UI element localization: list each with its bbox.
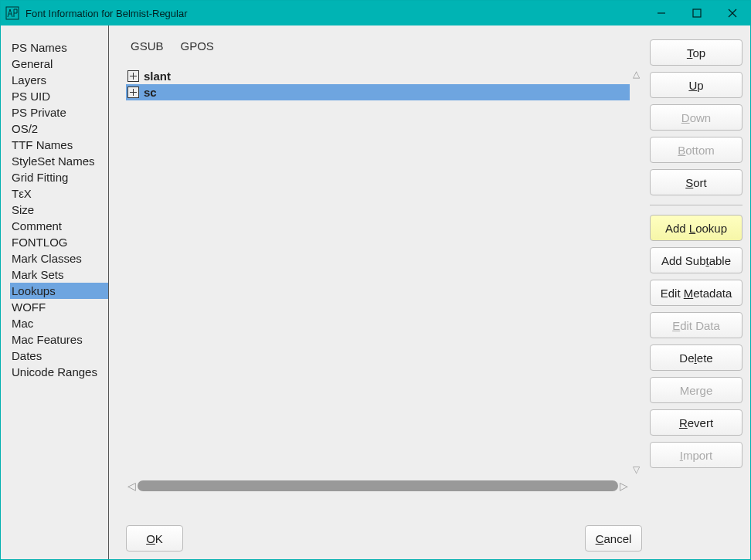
app-icon (5, 6, 19, 20)
expand-icon[interactable] (127, 87, 139, 98)
lookup-row[interactable]: slant (126, 68, 630, 84)
sidebar-item-os-2[interactable]: OS/2 (10, 120, 108, 137)
up-button[interactable]: Up (650, 72, 743, 98)
maximize-button[interactable] (679, 1, 715, 25)
tab-gsub[interactable]: GSUB (131, 39, 164, 53)
right-button-column: TopUpDownBottomSortAdd LookupAdd Subtabl… (650, 25, 750, 559)
lookup-name: slant (144, 70, 171, 83)
ok-button[interactable]: OK (126, 525, 183, 552)
sidebar-item-layers[interactable]: Layers (10, 72, 108, 88)
merge-button: Merge (650, 377, 743, 403)
sidebar-item-ttf-names[interactable]: TTF Names (10, 137, 108, 153)
tab-gpos[interactable]: GPOS (181, 39, 214, 53)
sidebar-item-ps-uid[interactable]: PS UID (10, 88, 108, 104)
lookup-name: sc (144, 86, 157, 99)
sidebar-item-ps-names[interactable]: PS Names (10, 39, 108, 56)
scroll-down-arrow-icon[interactable]: ▽ (633, 465, 640, 474)
scroll-left-arrow-icon[interactable]: ◁ (126, 480, 138, 491)
revert-button[interactable]: Revert (650, 409, 743, 436)
add-lookup-button[interactable]: Add Lookup (650, 215, 743, 241)
edit-data-button: Edit Data (650, 312, 743, 338)
sidebar-item-dates[interactable]: Dates (10, 348, 108, 364)
window: Font Information for Belmist-Regular PS … (0, 0, 751, 560)
sort-button[interactable]: Sort (650, 169, 743, 195)
sidebar-item-mac-features[interactable]: Mac Features (10, 331, 108, 348)
window-title: Font Information for Belmist-Regular (25, 8, 644, 19)
sidebar-item-styleset-names[interactable]: StyleSet Names (10, 153, 108, 169)
client-area: PS NamesGeneralLayersPS UIDPS PrivateOS/… (1, 25, 750, 559)
top-button[interactable]: Top (650, 39, 743, 66)
svg-rect-2 (693, 9, 701, 17)
main-panel: GSUBGPOS slantsc △ ▽ ◁ ▷ OK Cancel (112, 25, 650, 559)
sidebar: PS NamesGeneralLayersPS UIDPS PrivateOS/… (1, 25, 109, 559)
sidebar-item-ps-private[interactable]: PS Private (10, 104, 108, 120)
delete-button[interactable]: Delete (650, 344, 743, 371)
sidebar-item-unicode-ranges[interactable]: Unicode Ranges (10, 364, 108, 380)
sidebar-item-lookups[interactable]: Lookups (10, 283, 108, 299)
edit-metadata-button[interactable]: Edit Metadata (650, 280, 743, 306)
sidebar-item-comment[interactable]: Comment (10, 218, 108, 234)
sidebar-item-grid-fitting[interactable]: Grid Fitting (10, 169, 108, 185)
minimize-button[interactable] (644, 1, 679, 25)
lookup-list[interactable]: slantsc (126, 68, 630, 476)
sidebar-item-size[interactable]: Size (10, 202, 108, 218)
scroll-up-arrow-icon[interactable]: △ (633, 70, 640, 79)
sidebar-item-t-x[interactable]: TεX (10, 185, 108, 202)
titlebar: Font Information for Belmist-Regular (1, 1, 750, 25)
vertical-scrollbar[interactable]: △ ▽ (630, 68, 642, 476)
down-button: Down (650, 104, 743, 131)
lookup-tabs: GSUBGPOS (126, 39, 642, 53)
sidebar-item-general[interactable]: General (10, 56, 108, 72)
import-button: Import (650, 442, 743, 468)
divider (650, 205, 743, 205)
close-button[interactable] (715, 1, 750, 25)
sidebar-item-woff[interactable]: WOFF (10, 299, 108, 315)
sidebar-item-mac[interactable]: Mac (10, 315, 108, 331)
sidebar-item-mark-sets[interactable]: Mark Sets (10, 266, 108, 283)
window-controls (644, 1, 750, 25)
add-subtable-button[interactable]: Add Subtable (650, 247, 743, 273)
horizontal-scrollbar[interactable]: ◁ ▷ (126, 479, 630, 493)
scroll-right-arrow-icon[interactable]: ▷ (618, 480, 630, 491)
scroll-thumb[interactable] (138, 480, 618, 491)
expand-icon[interactable] (127, 70, 139, 82)
dialog-footer: OK Cancel (126, 525, 642, 552)
cancel-button[interactable]: Cancel (585, 525, 642, 552)
lookup-list-area: slantsc △ ▽ (126, 68, 642, 476)
sidebar-item-fontlog[interactable]: FONTLOG (10, 234, 108, 250)
bottom-button: Bottom (650, 137, 743, 163)
sidebar-item-mark-classes[interactable]: Mark Classes (10, 250, 108, 266)
lookup-row[interactable]: sc (126, 84, 630, 100)
